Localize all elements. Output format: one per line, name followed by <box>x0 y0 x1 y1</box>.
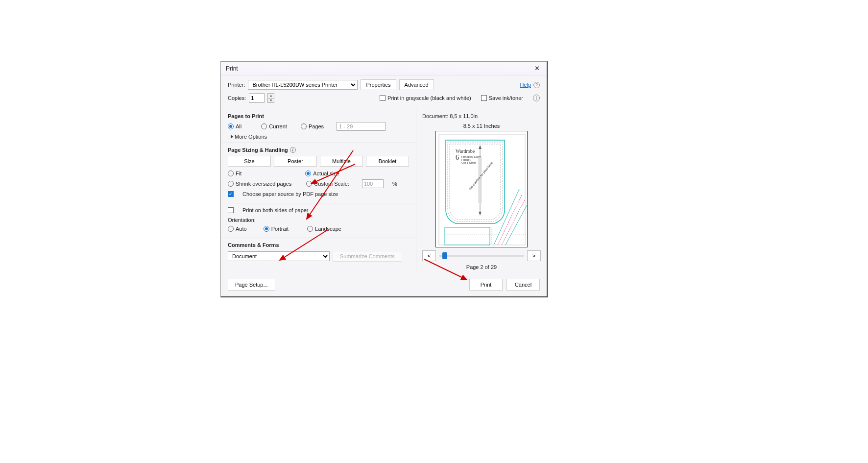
preview-next-button[interactable]: > <box>527 250 541 261</box>
svg-text:6: 6 <box>456 154 459 161</box>
copies-spinner[interactable]: ▲ ▼ <box>267 93 274 103</box>
more-options-toggle[interactable]: More Options <box>231 134 409 140</box>
comments-forms-select[interactable]: Document <box>228 251 330 261</box>
titlebar: Print ✕ <box>221 62 547 75</box>
close-icon[interactable]: ✕ <box>532 65 542 72</box>
auto-label: Auto <box>236 226 247 232</box>
svg-marker-14 <box>479 212 482 216</box>
fit-radio[interactable] <box>228 171 234 176</box>
multiple-tab[interactable]: Multiple <box>320 156 363 167</box>
svg-line-20 <box>502 199 525 245</box>
svg-text:Cut 1 Main: Cut 1 Main <box>461 161 476 164</box>
svg-line-21 <box>506 205 527 245</box>
all-label: All <box>236 123 241 129</box>
both-sides-checkbox[interactable] <box>228 207 234 213</box>
auto-radio[interactable] <box>228 226 234 232</box>
printer-select[interactable]: Brother HL-L5200DW series Printer <box>248 80 358 90</box>
grayscale-label: Print in grayscale (black and white) <box>387 95 471 101</box>
copies-label: Copies: <box>228 95 246 101</box>
svg-rect-17 <box>445 227 490 245</box>
size-tab[interactable]: Size <box>228 156 271 167</box>
page-counter: Page 2 of 29 <box>422 264 541 270</box>
shrink-label: Shrink oversized pages <box>236 181 291 187</box>
pages-to-print-title: Pages to Print <box>228 113 409 119</box>
pages-to-print-section: Pages to Print All Current Pages <box>221 109 416 143</box>
page-sizing-title: Page Sizing & Handling <box>228 147 288 153</box>
choose-paper-label: Choose paper source by PDF page size <box>242 191 338 197</box>
printer-label: Printer: <box>228 82 245 88</box>
dialog-footer: Page Setup... Print Cancel <box>221 274 547 296</box>
booklet-tab[interactable]: Booklet <box>366 156 409 167</box>
current-label: Current <box>269 123 287 129</box>
spinner-up-icon[interactable]: ▲ <box>268 94 274 98</box>
preview-size-label: 8,5 x 11 Inches <box>422 123 541 129</box>
info-icon[interactable]: i <box>533 95 540 101</box>
comments-forms-title: Comments & Forms <box>228 242 409 248</box>
grayscale-checkbox[interactable] <box>380 95 386 101</box>
portrait-label: Portrait <box>271 226 289 232</box>
print-button[interactable]: Print <box>469 279 503 291</box>
orientation-section: Print on both sides of paper Orientation… <box>221 203 416 238</box>
portrait-radio[interactable] <box>264 226 269 232</box>
header-section: Printer: Brother HL-L5200DW series Print… <box>221 75 547 109</box>
preview-thumbnail: Wardrobe 6 Princess Seam Pocket Cut 1 Ma… <box>435 131 528 247</box>
info-icon[interactable]: i <box>290 147 296 153</box>
poster-tab[interactable]: Poster <box>274 156 317 167</box>
summarize-comments-button[interactable]: Summarize Comments <box>333 251 402 262</box>
custom-scale-label: Custom Scale: <box>314 181 349 187</box>
fit-label: Fit <box>236 171 241 176</box>
svg-text:Wardrobe: Wardrobe <box>456 148 475 154</box>
both-sides-label: Print on both sides of paper <box>242 207 309 213</box>
custom-scale-input[interactable] <box>362 179 384 188</box>
print-dialog: Print ✕ Printer: Brother HL-L5200DW seri… <box>220 61 548 297</box>
help-icon[interactable]: ? <box>533 82 540 88</box>
slider-thumb[interactable] <box>442 252 447 259</box>
all-radio[interactable] <box>228 123 234 129</box>
help-link[interactable]: Help <box>520 82 531 88</box>
preview-prev-button[interactable]: < <box>422 250 436 261</box>
custom-scale-radio[interactable] <box>306 181 312 187</box>
dialog-title: Print <box>226 65 238 72</box>
orientation-title: Orientation: <box>228 217 409 223</box>
page-sizing-section: Page Sizing & Handling i Size Poster Mul… <box>221 143 416 203</box>
landscape-radio[interactable] <box>307 226 313 232</box>
percent-label: % <box>392 181 397 187</box>
properties-button[interactable]: Properties <box>361 79 396 90</box>
preview-panel: Document: 8,5 x 11,0in 8,5 x 11 Inches W… <box>416 109 547 274</box>
actual-size-radio[interactable] <box>305 171 311 176</box>
advanced-button[interactable]: Advanced <box>399 79 434 90</box>
cancel-button[interactable]: Cancel <box>506 279 540 291</box>
landscape-label: Landscape <box>315 226 341 232</box>
actual-size-label: Actual size <box>313 171 339 176</box>
pages-radio[interactable] <box>301 123 307 129</box>
pages-range-input[interactable] <box>337 122 386 131</box>
pages-label: Pages <box>309 123 324 129</box>
triangle-right-icon <box>231 135 233 139</box>
shrink-radio[interactable] <box>228 181 234 187</box>
save-ink-label: Save ink/toner <box>489 95 523 101</box>
spinner-down-icon[interactable]: ▼ <box>268 98 274 103</box>
comments-forms-section: Comments & Forms Document Summarize Comm… <box>221 238 416 268</box>
save-ink-checkbox[interactable] <box>481 95 487 101</box>
preview-slider[interactable] <box>439 255 524 257</box>
document-size-label: Document: 8,5 x 11,0in <box>422 113 541 119</box>
page-setup-button[interactable]: Page Setup... <box>228 279 275 291</box>
more-options-label: More Options <box>235 134 267 140</box>
svg-marker-13 <box>479 145 482 149</box>
svg-line-18 <box>494 189 519 245</box>
copies-input[interactable] <box>249 93 265 103</box>
current-radio[interactable] <box>261 123 267 129</box>
choose-paper-checkbox[interactable]: ✓ <box>228 191 234 197</box>
